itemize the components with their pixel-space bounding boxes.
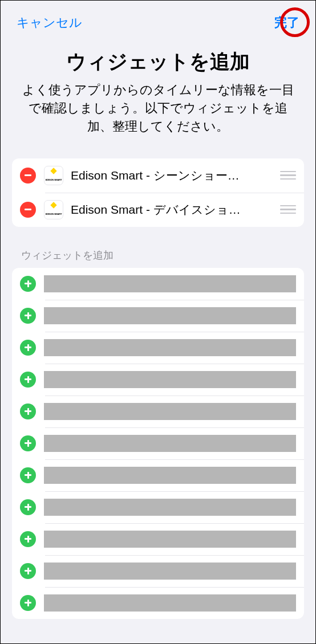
- widget-placeholder: [44, 563, 296, 580]
- app-icon-edison-smart: [44, 200, 63, 219]
- widget-label: Edison Smart - デバイスショ…: [71, 202, 274, 218]
- available-widget-row: [12, 300, 304, 332]
- widget-placeholder: [44, 403, 296, 420]
- add-widget-button[interactable]: [20, 531, 36, 547]
- widget-row: Edison Smart - シーンショー…: [12, 158, 304, 193]
- widget-placeholder: [44, 499, 296, 516]
- section-header-add: ウィジェットを追加: [1, 227, 315, 268]
- widget-placeholder: [44, 275, 296, 292]
- add-widget-button[interactable]: [20, 595, 36, 611]
- available-widget-row: [12, 587, 304, 619]
- add-widget-button[interactable]: [20, 276, 36, 292]
- done-button[interactable]: 完了: [274, 14, 299, 31]
- page-title: ウィジェットを追加: [18, 48, 298, 75]
- available-widget-row: [12, 555, 304, 587]
- drag-handle-icon[interactable]: [280, 171, 296, 180]
- available-widget-row: [12, 396, 304, 427]
- cancel-button[interactable]: キャンセル: [17, 14, 82, 31]
- add-widget-button[interactable]: [20, 499, 36, 515]
- available-widget-row: [12, 523, 304, 555]
- widget-row: Edison Smart - デバイスショ…: [12, 193, 304, 227]
- widget-placeholder: [44, 371, 296, 388]
- available-widget-row: [12, 459, 304, 491]
- widget-placeholder: [44, 435, 296, 452]
- add-widget-button[interactable]: [20, 340, 36, 356]
- widget-label: Edison Smart - シーンショー…: [71, 168, 274, 184]
- add-widget-button[interactable]: [20, 372, 36, 388]
- minus-icon: [25, 174, 31, 176]
- available-widget-row: [12, 491, 304, 523]
- drag-handle-icon[interactable]: [280, 205, 296, 214]
- widget-placeholder: [44, 467, 296, 484]
- add-widget-button[interactable]: [20, 435, 36, 451]
- widget-placeholder: [44, 307, 296, 324]
- add-widget-button[interactable]: [20, 403, 36, 419]
- nav-header: キャンセル 完了: [1, 1, 315, 37]
- remove-widget-button[interactable]: [20, 168, 36, 184]
- widget-placeholder: [44, 531, 296, 548]
- active-widgets-list: Edison Smart - シーンショー… Edison Smart - デバ…: [12, 158, 304, 227]
- available-widget-row: [12, 332, 304, 364]
- minus-icon: [25, 209, 31, 210]
- remove-widget-button[interactable]: [20, 202, 36, 218]
- title-section: ウィジェットを追加 よく使うアプリからのタイムリーな情報を一目で確認しましょう。…: [1, 37, 315, 158]
- app-icon-edison-smart: [44, 166, 63, 185]
- available-widget-row: [12, 364, 304, 396]
- widget-placeholder: [44, 594, 296, 612]
- available-widget-row: [12, 268, 304, 300]
- available-widget-row: [12, 427, 304, 459]
- page-subtitle: よく使うアプリからのタイムリーな情報を一目で確認しましょう。以下でウィジェットを…: [18, 81, 298, 136]
- widget-placeholder: [44, 339, 296, 356]
- add-widget-button[interactable]: [20, 467, 36, 483]
- available-widgets-list: [12, 268, 304, 619]
- add-widget-button[interactable]: [20, 308, 36, 324]
- add-widget-button[interactable]: [20, 563, 36, 579]
